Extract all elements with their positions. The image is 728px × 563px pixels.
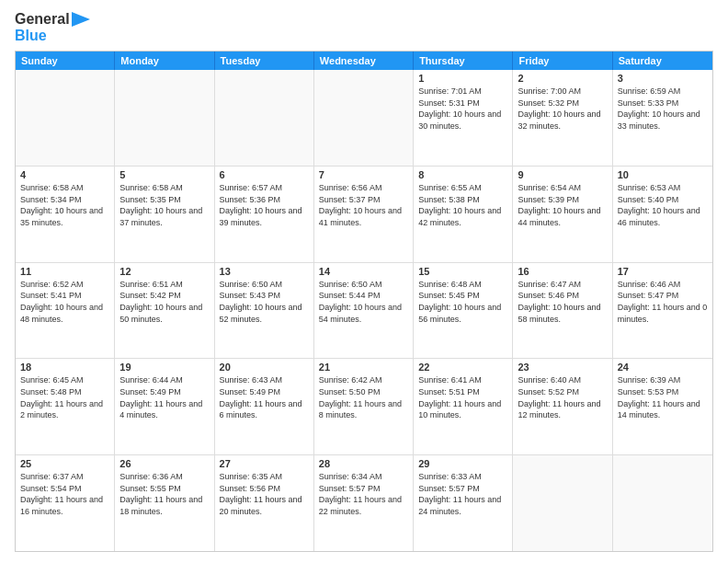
calendar-cell: 28 Sunrise: 6:34 AM Sunset: 5:57 PM Dayl…: [314, 455, 414, 551]
day-number: 26: [119, 458, 209, 469]
day-sunset: Sunset: 5:46 PM: [518, 290, 607, 302]
calendar-cell: 29 Sunrise: 6:33 AM Sunset: 5:57 PM Dayl…: [414, 455, 513, 551]
calendar-cell: 5 Sunrise: 6:58 AM Sunset: 5:35 PM Dayli…: [115, 167, 214, 262]
logo-text-line2: Blue: [15, 28, 90, 44]
day-daylight: Daylight: 11 hours and 12 minutes.: [518, 398, 607, 421]
day-sunset: Sunset: 5:35 PM: [119, 194, 209, 206]
day-sunset: Sunset: 5:52 PM: [518, 386, 607, 398]
day-daylight: Daylight: 11 hours and 10 minutes.: [418, 398, 507, 421]
day-number: 18: [20, 362, 109, 373]
calendar-cell: 13 Sunrise: 6:50 AM Sunset: 5:43 PM Dayl…: [215, 263, 314, 359]
calendar-week-row: 18 Sunrise: 6:45 AM Sunset: 5:48 PM Dayl…: [16, 358, 712, 454]
day-number: 9: [518, 169, 607, 180]
calendar-cell: 17 Sunrise: 6:46 AM Sunset: 5:47 PM Dayl…: [613, 263, 712, 359]
day-number: 7: [319, 169, 408, 180]
day-number: 10: [618, 169, 708, 180]
day-sunset: Sunset: 5:31 PM: [418, 98, 507, 109]
day-sunrise: Sunrise: 6:41 AM: [418, 374, 507, 386]
day-sunrise: Sunrise: 6:48 AM: [418, 279, 507, 291]
day-daylight: Daylight: 11 hours and 14 minutes.: [618, 398, 708, 421]
calendar-header-day: Friday: [513, 52, 612, 70]
calendar-cell: [513, 455, 612, 551]
calendar-body: 1 Sunrise: 7:01 AM Sunset: 5:31 PM Dayli…: [16, 70, 712, 551]
day-sunset: Sunset: 5:53 PM: [618, 386, 708, 398]
day-number: 22: [418, 362, 507, 373]
day-sunset: Sunset: 5:40 PM: [618, 194, 708, 206]
day-sunrise: Sunrise: 6:51 AM: [119, 279, 209, 291]
day-number: 3: [618, 73, 708, 84]
day-sunrise: Sunrise: 6:34 AM: [319, 471, 408, 483]
day-daylight: Daylight: 11 hours and 24 minutes.: [418, 494, 507, 517]
calendar-cell: 19 Sunrise: 6:44 AM Sunset: 5:49 PM Dayl…: [115, 359, 214, 454]
day-sunrise: Sunrise: 6:36 AM: [119, 471, 209, 483]
day-daylight: Daylight: 10 hours and 48 minutes.: [20, 302, 109, 325]
calendar-cell: [613, 455, 712, 551]
day-daylight: Daylight: 10 hours and 44 minutes.: [518, 205, 607, 228]
day-sunrise: Sunrise: 6:55 AM: [418, 182, 507, 194]
day-daylight: Daylight: 11 hours and 6 minutes.: [220, 398, 309, 421]
day-daylight: Daylight: 11 hours and 20 minutes.: [220, 494, 309, 517]
day-sunrise: Sunrise: 6:54 AM: [518, 182, 607, 194]
day-number: 4: [20, 169, 109, 180]
day-sunrise: Sunrise: 6:47 AM: [518, 279, 607, 291]
day-sunrise: Sunrise: 6:42 AM: [319, 374, 408, 386]
day-sunrise: Sunrise: 6:35 AM: [220, 471, 309, 483]
calendar-cell: 25 Sunrise: 6:37 AM Sunset: 5:54 PM Dayl…: [16, 455, 115, 551]
day-number: 23: [518, 362, 607, 373]
day-number: 13: [220, 266, 309, 277]
calendar-header-day: Thursday: [414, 52, 513, 70]
day-daylight: Daylight: 10 hours and 58 minutes.: [518, 302, 607, 325]
day-daylight: Daylight: 11 hours and 2 minutes.: [20, 398, 109, 421]
day-sunrise: Sunrise: 6:44 AM: [119, 374, 209, 386]
day-number: 5: [119, 169, 209, 180]
day-sunset: Sunset: 5:50 PM: [319, 386, 408, 398]
calendar-cell: 6 Sunrise: 6:57 AM Sunset: 5:36 PM Dayli…: [215, 167, 314, 262]
day-sunrise: Sunrise: 6:39 AM: [618, 374, 708, 386]
calendar-cell: 3 Sunrise: 6:59 AM Sunset: 5:33 PM Dayli…: [613, 70, 712, 166]
day-sunset: Sunset: 5:54 PM: [20, 483, 109, 495]
day-sunset: Sunset: 5:56 PM: [220, 483, 309, 495]
day-sunset: Sunset: 5:48 PM: [20, 386, 109, 398]
day-sunset: Sunset: 5:42 PM: [119, 290, 209, 302]
day-number: 14: [319, 266, 408, 277]
calendar-week-row: 11 Sunrise: 6:52 AM Sunset: 5:41 PM Dayl…: [16, 262, 712, 359]
day-daylight: Daylight: 10 hours and 32 minutes.: [518, 109, 607, 132]
day-number: 11: [20, 266, 109, 277]
calendar-header: SundayMondayTuesdayWednesdayThursdayFrid…: [16, 52, 712, 70]
day-number: 2: [518, 73, 607, 84]
day-daylight: Daylight: 11 hours and 16 minutes.: [20, 494, 109, 517]
calendar-cell: 27 Sunrise: 6:35 AM Sunset: 5:56 PM Dayl…: [215, 455, 314, 551]
day-number: 19: [119, 362, 209, 373]
calendar-cell: 1 Sunrise: 7:01 AM Sunset: 5:31 PM Dayli…: [414, 70, 513, 166]
day-number: 29: [418, 458, 507, 469]
calendar-header-day: Wednesday: [314, 52, 414, 70]
day-number: 24: [618, 362, 708, 373]
calendar-week-row: 25 Sunrise: 6:37 AM Sunset: 5:54 PM Dayl…: [16, 454, 712, 551]
day-sunset: Sunset: 5:51 PM: [418, 386, 507, 398]
day-sunset: Sunset: 5:37 PM: [319, 194, 408, 206]
calendar-cell: 18 Sunrise: 6:45 AM Sunset: 5:48 PM Dayl…: [16, 359, 115, 454]
day-sunset: Sunset: 5:57 PM: [319, 483, 408, 495]
calendar-cell: 24 Sunrise: 6:39 AM Sunset: 5:53 PM Dayl…: [613, 359, 712, 454]
day-number: 1: [418, 73, 507, 84]
day-daylight: Daylight: 10 hours and 50 minutes.: [119, 302, 209, 325]
logo-text-line1: General: [15, 11, 70, 28]
day-daylight: Daylight: 11 hours and 18 minutes.: [119, 494, 209, 517]
day-sunrise: Sunrise: 6:57 AM: [220, 182, 309, 194]
calendar-cell: 4 Sunrise: 6:58 AM Sunset: 5:34 PM Dayli…: [16, 167, 115, 262]
day-sunrise: Sunrise: 6:33 AM: [418, 471, 507, 483]
calendar-header-day: Saturday: [613, 52, 712, 70]
day-number: 15: [418, 266, 507, 277]
day-sunrise: Sunrise: 6:45 AM: [20, 374, 109, 386]
day-daylight: Daylight: 11 hours and 22 minutes.: [319, 494, 408, 517]
calendar-cell: 20 Sunrise: 6:43 AM Sunset: 5:49 PM Dayl…: [215, 359, 314, 454]
calendar-cell: [16, 70, 115, 166]
day-daylight: Daylight: 10 hours and 30 minutes.: [418, 109, 507, 132]
day-number: 17: [618, 266, 708, 277]
day-sunset: Sunset: 5:55 PM: [119, 483, 209, 495]
day-sunset: Sunset: 5:41 PM: [20, 290, 109, 302]
day-number: 28: [319, 458, 408, 469]
day-sunset: Sunset: 5:36 PM: [220, 194, 309, 206]
day-daylight: Daylight: 11 hours and 8 minutes.: [319, 398, 408, 421]
calendar-cell: 11 Sunrise: 6:52 AM Sunset: 5:41 PM Dayl…: [16, 263, 115, 359]
